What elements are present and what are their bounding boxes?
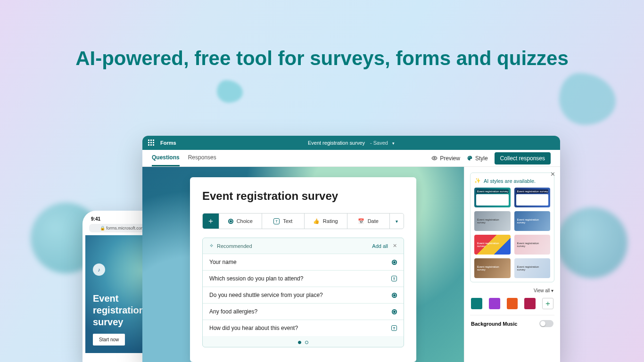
document-title[interactable]: Event registration survey - Saved ▾ xyxy=(142,140,560,146)
style-thumbnail[interactable]: Event registration survey xyxy=(514,211,551,231)
color-swatch[interactable] xyxy=(524,298,536,309)
add-all-button[interactable]: Add all xyxy=(372,243,388,249)
music-label: Background Music xyxy=(471,321,517,327)
qtype-choice[interactable]: Choice xyxy=(219,214,262,229)
color-swatch[interactable] xyxy=(471,298,482,309)
pager-dot[interactable] xyxy=(305,341,308,344)
style-thumbnail[interactable]: Event registration survey xyxy=(474,258,511,278)
start-button[interactable]: Start now xyxy=(93,334,125,346)
chevron-down-icon[interactable]: ▾ xyxy=(392,141,395,146)
style-button[interactable]: Style xyxy=(467,155,488,162)
color-swatch[interactable] xyxy=(489,298,500,309)
style-thumbnail[interactable]: Event registration survey xyxy=(474,188,511,207)
recommended-pager xyxy=(203,336,404,347)
text-icon xyxy=(391,325,397,331)
save-state: - Saved xyxy=(370,140,388,146)
ai-styles-card: ✨AI styles are available. Event registra… xyxy=(470,173,554,282)
chevron-down-icon: ▾ xyxy=(551,288,553,293)
pager-dot[interactable] xyxy=(298,341,301,344)
recommended-item[interactable]: Your name xyxy=(203,254,404,270)
sparkle-icon: ✧ xyxy=(209,243,214,249)
eye-icon xyxy=(431,155,438,161)
svg-point-2 xyxy=(468,157,469,158)
tab-responses[interactable]: Responses xyxy=(188,150,216,166)
collect-responses-button[interactable]: Collect responses xyxy=(495,152,551,165)
bg-blob xyxy=(559,73,616,125)
add-question-button[interactable]: ＋ xyxy=(203,214,219,229)
ai-message: AI styles are available. xyxy=(484,178,536,184)
recommended-item[interactable]: How did you hear about this event? xyxy=(203,320,404,336)
svg-point-1 xyxy=(434,157,435,159)
qtype-date[interactable]: 📅Date xyxy=(347,214,390,229)
close-icon[interactable]: ✕ xyxy=(393,243,397,249)
text-icon: T xyxy=(273,218,280,224)
forms-app-window: Forms Event registration survey - Saved … xyxy=(142,136,560,362)
tab-questions[interactable]: Questions xyxy=(152,150,180,166)
radio-icon xyxy=(392,309,397,314)
svg-point-4 xyxy=(470,157,471,157)
add-color-button[interactable]: ＋ xyxy=(542,298,553,309)
style-thumbnail[interactable]: Event registration survey xyxy=(514,258,551,278)
preview-button[interactable]: Preview xyxy=(431,155,460,162)
svg-point-3 xyxy=(469,156,470,157)
bg-blob xyxy=(557,207,627,278)
question-type-toolbar: ＋ Choice TText 👍Rating 📅Date ▾ xyxy=(202,213,404,229)
music-toggle[interactable] xyxy=(539,320,553,327)
text-icon xyxy=(391,276,397,281)
form-card: Event registration survey ＋ Choice TText… xyxy=(190,177,416,362)
form-canvas: Event registration survey ＋ Choice TText… xyxy=(142,167,464,362)
recommended-item[interactable]: Any food allergies? xyxy=(203,303,404,320)
form-title[interactable]: Event registration survey xyxy=(202,189,404,203)
hero-headline: AI-powered, free tool for surveys, forms… xyxy=(0,47,644,70)
phone-time: 9:41 xyxy=(91,216,100,222)
style-thumbnail[interactable]: Event registration survey xyxy=(474,211,511,231)
radio-icon xyxy=(392,260,397,265)
radio-icon xyxy=(228,219,233,224)
qtype-rating[interactable]: 👍Rating xyxy=(304,214,347,229)
style-panel: ✕ ✨AI styles are available. Event regist… xyxy=(464,167,560,362)
color-swatches: ＋ xyxy=(470,298,554,315)
style-thumbnail[interactable]: Event registration survey xyxy=(514,235,551,255)
calendar-icon: 📅 xyxy=(358,218,364,224)
recommended-item[interactable]: Which session do you plan to attend? xyxy=(203,270,404,287)
qtype-more[interactable]: ▾ xyxy=(389,214,404,229)
qtype-text[interactable]: TText xyxy=(262,214,305,229)
thumbs-up-icon: 👍 xyxy=(314,218,320,224)
radio-icon xyxy=(392,293,397,298)
audio-play-icon[interactable] xyxy=(93,263,105,276)
recommended-label: Recommended xyxy=(217,243,252,249)
recommended-card: ✧ Recommended Add all ✕ Your name Which … xyxy=(202,238,404,347)
close-icon[interactable]: ✕ xyxy=(550,171,555,178)
app-toolbar: Questions Responses Preview Style Collec… xyxy=(142,150,560,167)
color-swatch[interactable] xyxy=(507,298,518,309)
app-titlebar: Forms Event registration survey - Saved … xyxy=(142,136,560,150)
palette-icon xyxy=(467,155,473,161)
style-thumbnail[interactable]: Event registration survey xyxy=(514,188,551,207)
style-thumbnail[interactable]: Event registration survey xyxy=(474,235,511,255)
recommended-item[interactable]: Do you need shuttle service from your pl… xyxy=(203,287,404,303)
bg-blob xyxy=(217,80,243,103)
sparkle-icon: ✨ xyxy=(474,178,481,184)
chevron-down-icon: ▾ xyxy=(396,219,398,224)
view-all-button[interactable]: View all ▾ xyxy=(471,288,553,293)
